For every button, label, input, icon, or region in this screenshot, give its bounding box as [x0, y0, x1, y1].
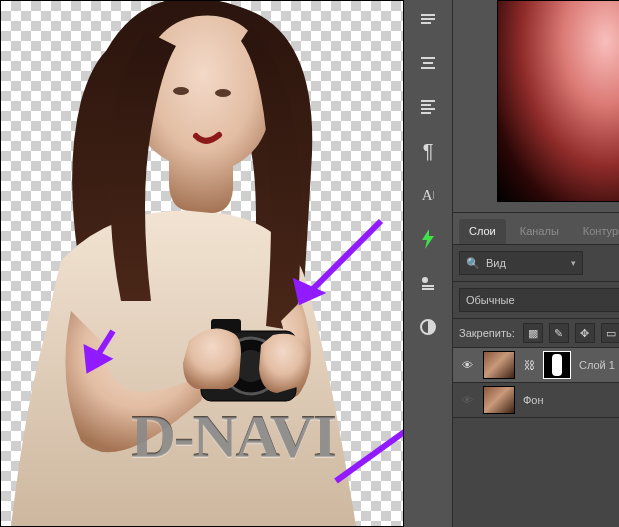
canvas[interactable]: D-NAVI — [0, 0, 404, 527]
svg-rect-24 — [422, 288, 434, 290]
vertical-toolbar: ¶ A| — [404, 0, 453, 527]
layer-mask-thumbnail[interactable] — [543, 351, 571, 379]
lock-label: Закрепить: — [459, 327, 515, 339]
panel-stack: Слои Каналы Контуры 🔍 Вид ▾ Обычные — [453, 0, 619, 527]
character-icon[interactable]: A| — [413, 180, 443, 210]
visibility-toggle[interactable]: 👁 — [459, 394, 475, 406]
color-gradient[interactable] — [497, 0, 619, 202]
lock-artboard-icon[interactable]: ▭ — [601, 323, 619, 343]
filter-kind-select[interactable]: 🔍 Вид ▾ — [459, 251, 583, 275]
app-root: D-NAVI ¶ A| Слои Каналы Контуры — [0, 0, 619, 527]
align-icon[interactable] — [413, 48, 443, 78]
layer-row[interactable]: 👁 Фон — [453, 383, 619, 418]
color-picker-panel[interactable] — [453, 0, 619, 213]
paragraph-top-icon[interactable] — [413, 92, 443, 122]
visibility-toggle[interactable]: 👁 — [459, 359, 475, 371]
layer-name[interactable]: Фон — [523, 394, 619, 406]
svg-rect-19 — [421, 104, 431, 106]
svg-rect-16 — [423, 62, 433, 64]
tab-channels[interactable]: Каналы — [510, 219, 569, 244]
svg-rect-15 — [421, 57, 435, 59]
svg-point-22 — [422, 277, 428, 283]
svg-point-0 — [173, 87, 189, 95]
svg-rect-20 — [421, 108, 435, 110]
blend-mode-row: Обычные — [453, 282, 619, 319]
right-panels: ¶ A| Слои Каналы Контуры 🔍 Вид ▾ — [404, 0, 619, 527]
layer-thumbnail[interactable] — [483, 386, 515, 414]
tab-paths[interactable]: Контуры — [573, 219, 619, 244]
chevron-down-icon: ▾ — [571, 258, 576, 268]
link-icon: ⛓ — [523, 359, 535, 371]
flash-icon[interactable] — [413, 224, 443, 254]
brush-settings-icon[interactable] — [413, 268, 443, 298]
blend-mode-select[interactable]: Обычные — [459, 288, 619, 312]
cutout-subject — [1, 1, 403, 526]
subject-shape — [1, 1, 403, 526]
layer-list: 👁 ⛓ Слой 1 👁 Фон — [453, 348, 619, 527]
blend-mode-value: Обычные — [466, 294, 515, 306]
lock-icons: ▩ ✎ ✥ ▭ 🔒 — [523, 323, 619, 343]
circle-contrast-icon[interactable] — [413, 312, 443, 342]
layer-name[interactable]: Слой 1 — [579, 359, 619, 371]
search-icon: 🔍 — [466, 257, 480, 270]
annotation-arrow-1 — [297, 221, 381, 301]
svg-rect-17 — [421, 67, 435, 69]
layer-thumbnail[interactable] — [483, 351, 515, 379]
svg-rect-13 — [421, 18, 435, 20]
svg-point-1 — [215, 89, 231, 97]
zoom-icon[interactable] — [413, 4, 443, 34]
lock-position-icon[interactable]: ✥ — [575, 323, 595, 343]
layers-panel: 🔍 Вид ▾ Обычные Закрепить: ▩ ✎ ✥ — [453, 245, 619, 527]
layer-filter-row: 🔍 Вид ▾ — [453, 245, 619, 282]
tab-layers[interactable]: Слои — [459, 219, 506, 244]
lock-brush-icon[interactable]: ✎ — [549, 323, 569, 343]
lock-pixels-icon[interactable]: ▩ — [523, 323, 543, 343]
layer-row[interactable]: 👁 ⛓ Слой 1 — [453, 348, 619, 383]
svg-rect-18 — [421, 100, 435, 102]
pilcrow-icon[interactable]: ¶ — [413, 136, 443, 166]
svg-rect-23 — [422, 285, 434, 287]
panel-tabs: Слои Каналы Контуры — [453, 213, 619, 245]
svg-rect-14 — [421, 22, 431, 24]
lock-row: Закрепить: ▩ ✎ ✥ ▭ 🔒 — [453, 319, 619, 348]
svg-rect-21 — [421, 112, 431, 114]
svg-rect-12 — [421, 14, 435, 16]
filter-kind-label: Вид — [486, 257, 506, 269]
